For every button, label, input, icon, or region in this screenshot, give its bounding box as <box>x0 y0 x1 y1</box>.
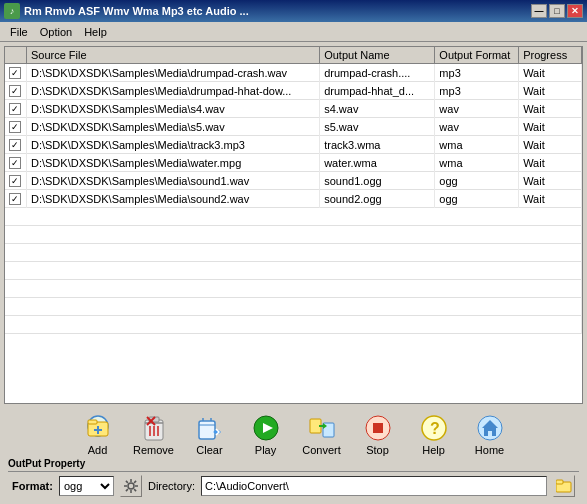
row-checkbox-cell[interactable] <box>5 64 26 82</box>
row-source: D:\SDK\DXSDK\Samples\Media\s4.wav <box>26 100 319 118</box>
directory-input[interactable] <box>201 476 547 496</box>
table-row: D:\SDK\DXSDK\Samples\Media\s4.wav s4.wav… <box>5 100 582 118</box>
row-source: D:\SDK\DXSDK\Samples\Media\sound1.wav <box>26 172 319 190</box>
row-format: wav <box>435 100 519 118</box>
row-source: D:\SDK\DXSDK\Samples\Media\water.mpg <box>26 154 319 172</box>
row-progress: Wait <box>519 100 582 118</box>
row-checkbox[interactable] <box>9 175 21 187</box>
clear-label: Clear <box>196 444 222 456</box>
svg-rect-23 <box>373 423 383 433</box>
svg-rect-13 <box>199 421 215 439</box>
col-header-source: Source File <box>26 47 319 64</box>
row-checkbox-cell[interactable] <box>5 100 26 118</box>
row-checkbox[interactable] <box>9 85 21 97</box>
row-source: D:\SDK\DXSDK\Samples\Media\sound2.wav <box>26 190 319 208</box>
stop-label: Stop <box>366 444 389 456</box>
row-output: water.wma <box>320 154 435 172</box>
convert-button[interactable]: Convert <box>296 412 348 456</box>
convert-label: Convert <box>302 444 341 456</box>
row-output: sound1.ogg <box>320 172 435 190</box>
svg-line-35 <box>134 481 136 483</box>
format-select[interactable]: ogg mp3 wav wma aac flac <box>59 476 114 496</box>
row-output: drumpad-crash.... <box>320 64 435 82</box>
menu-file[interactable]: File <box>4 25 34 39</box>
play-icon <box>250 412 282 444</box>
col-header-check <box>5 47 26 64</box>
row-progress: Wait <box>519 190 582 208</box>
home-button[interactable]: Home <box>464 412 516 456</box>
title-buttons: — □ ✕ <box>531 4 583 18</box>
svg-line-34 <box>134 489 136 491</box>
row-output: s4.wav <box>320 100 435 118</box>
svg-rect-2 <box>88 420 97 424</box>
help-label: Help <box>422 444 445 456</box>
table-row: D:\SDK\DXSDK\Samples\Media\water.mpg wat… <box>5 154 582 172</box>
file-table: Source File Output Name Output Format Pr… <box>5 47 582 334</box>
clear-icon <box>194 412 226 444</box>
row-source: D:\SDK\DXSDK\Samples\Media\drumpad-hhat-… <box>26 82 319 100</box>
table-row-empty <box>5 226 582 244</box>
browse-folder-button[interactable] <box>553 475 575 497</box>
row-progress: Wait <box>519 118 582 136</box>
remove-label: Remove <box>133 444 174 456</box>
row-progress: Wait <box>519 82 582 100</box>
title-bar: ♪ Rm Rmvb ASF Wmv Wma Mp3 etc Audio ... … <box>0 0 587 22</box>
play-label: Play <box>255 444 276 456</box>
property-bar: Format: ogg mp3 wav wma aac flac <box>8 471 579 500</box>
directory-label: Directory: <box>148 480 195 492</box>
close-button[interactable]: ✕ <box>567 4 583 18</box>
col-header-output: Output Name <box>320 47 435 64</box>
play-button[interactable]: Play <box>240 412 292 456</box>
clear-button[interactable]: Clear <box>184 412 236 456</box>
row-checkbox-cell[interactable] <box>5 118 26 136</box>
row-source: D:\SDK\DXSDK\Samples\Media\drumpad-crash… <box>26 64 319 82</box>
row-checkbox-cell[interactable] <box>5 190 26 208</box>
row-checkbox-cell[interactable] <box>5 82 26 100</box>
row-progress: Wait <box>519 64 582 82</box>
table-row-empty <box>5 316 582 334</box>
row-format: ogg <box>435 172 519 190</box>
row-checkbox[interactable] <box>9 67 21 79</box>
window-title: Rm Rmvb ASF Wmv Wma Mp3 etc Audio ... <box>24 5 249 17</box>
table-row: D:\SDK\DXSDK\Samples\Media\track3.mp3 tr… <box>5 136 582 154</box>
row-source: D:\SDK\DXSDK\Samples\Media\s5.wav <box>26 118 319 136</box>
stop-button[interactable]: Stop <box>352 412 404 456</box>
minimize-button[interactable]: — <box>531 4 547 18</box>
row-checkbox[interactable] <box>9 193 21 205</box>
table-row: D:\SDK\DXSDK\Samples\Media\s5.wav s5.wav… <box>5 118 582 136</box>
menu-help[interactable]: Help <box>78 25 113 39</box>
property-section-label: OutPut Property <box>8 458 579 469</box>
row-checkbox-cell[interactable] <box>5 172 26 190</box>
main-area: Source File Output Name Output Format Pr… <box>0 42 587 504</box>
col-header-progress: Progress <box>519 47 582 64</box>
table-row-empty <box>5 244 582 262</box>
svg-line-33 <box>126 481 128 483</box>
row-checkbox-cell[interactable] <box>5 136 26 154</box>
table-row-empty <box>5 280 582 298</box>
row-output: drumpad-hhat_d... <box>320 82 435 100</box>
col-header-format: Output Format <box>435 47 519 64</box>
stop-icon <box>362 412 394 444</box>
maximize-button[interactable]: □ <box>549 4 565 18</box>
row-checkbox[interactable] <box>9 121 21 133</box>
remove-button[interactable]: Remove <box>128 412 180 456</box>
property-section: OutPut Property Format: ogg mp3 wav wma … <box>4 458 583 500</box>
table-row-empty <box>5 208 582 226</box>
row-progress: Wait <box>519 154 582 172</box>
toolbar: Add Remove <box>4 408 583 458</box>
help-button[interactable]: ? Help <box>408 412 460 456</box>
home-icon <box>474 412 506 444</box>
svg-point-28 <box>128 483 134 489</box>
add-button[interactable]: Add <box>72 412 124 456</box>
row-checkbox[interactable] <box>9 103 21 115</box>
row-checkbox[interactable] <box>9 139 21 151</box>
add-label: Add <box>88 444 108 456</box>
table-row: D:\SDK\DXSDK\Samples\Media\sound1.wav so… <box>5 172 582 190</box>
table-row-empty <box>5 262 582 280</box>
title-bar-left: ♪ Rm Rmvb ASF Wmv Wma Mp3 etc Audio ... <box>4 3 249 19</box>
menu-option[interactable]: Option <box>34 25 78 39</box>
row-checkbox[interactable] <box>9 157 21 169</box>
svg-text:?: ? <box>430 420 440 437</box>
row-checkbox-cell[interactable] <box>5 154 26 172</box>
gear-button[interactable] <box>120 475 142 497</box>
